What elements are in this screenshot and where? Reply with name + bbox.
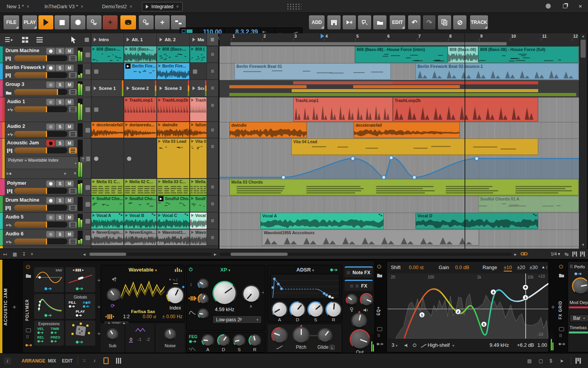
scene-play-icon[interactable] xyxy=(192,86,195,90)
mod-expressions-tile[interactable]: Expressions VEL TIMB REL PRES xyxy=(34,321,64,346)
arranger-clip[interactable]: TrashLoop2b xyxy=(393,97,538,122)
clip-cell[interactable]: 808 (Bass-... xyxy=(91,46,124,63)
eq-preset-folder-icon[interactable] xyxy=(377,273,383,278)
clip-playing-icon[interactable]: ▶ xyxy=(125,64,131,69)
clip-play-icon[interactable] xyxy=(125,197,128,200)
sub-osc-tile[interactable]: Sub xyxy=(101,324,124,353)
record-arm-button[interactable] xyxy=(46,214,55,220)
clip-cell[interactable]: 808 (Bass-... xyxy=(124,46,157,63)
mute-button[interactable]: M xyxy=(65,99,74,105)
wavetable-name[interactable]: Farfisa Sax xyxy=(120,309,166,314)
clip-play-icon[interactable] xyxy=(158,47,161,51)
redo-icon[interactable]: ↷ xyxy=(423,15,436,30)
eq-range-30[interactable]: ±30 xyxy=(530,265,538,270)
overdub-button[interactable]: + xyxy=(102,15,118,30)
solo-button[interactable]: S xyxy=(56,231,64,237)
scene-launcher-slot[interactable]: ≣ xyxy=(207,46,218,63)
timeline-ruler[interactable]: 123456789101112 xyxy=(220,33,579,46)
clip-play-icon[interactable] xyxy=(158,231,161,234)
globals-play-label[interactable]: PLAY xyxy=(76,310,85,313)
clip-play-icon[interactable] xyxy=(191,197,194,200)
mute-button[interactable]: M xyxy=(65,140,74,146)
eq-band-1-handle[interactable]: 1 xyxy=(419,312,425,318)
scene-launcher-slot[interactable]: ≣ xyxy=(207,138,218,179)
clip-cell[interactable] xyxy=(190,63,207,80)
info-button[interactable]: i xyxy=(4,357,11,364)
scene-launcher-slot[interactable]: ≣ xyxy=(207,230,218,246)
eq-updown-icon[interactable]: ↕ xyxy=(545,264,548,270)
column-play-icon[interactable] xyxy=(94,38,96,42)
record-arm-button[interactable] xyxy=(46,48,55,54)
lfo-fade-knob[interactable] xyxy=(271,327,288,344)
solo-button[interactable]: S xyxy=(56,140,64,146)
mute-button[interactable]: M xyxy=(65,82,74,88)
track-header-group-3[interactable]: Group 3SM xyxy=(0,80,91,97)
play-menu-button[interactable]: PLAY xyxy=(22,15,38,30)
track-header-polymer[interactable]: PolymerSM xyxy=(0,179,91,196)
arranger-scroll-right-icon[interactable]: ▸ xyxy=(514,251,517,257)
add-modulator-button-3[interactable]: + xyxy=(97,330,101,337)
eq-spike-icon[interactable]: ▲ xyxy=(541,265,545,269)
clip-play-icon[interactable] xyxy=(158,98,161,102)
launcher-stop-button[interactable] xyxy=(85,86,90,91)
delete-icon[interactable]: ⊘ xyxy=(453,15,467,30)
project-tab-3[interactable]: DemoTest2× xyxy=(98,2,136,11)
clip-cell[interactable] xyxy=(91,63,124,80)
launcher-column-header-4[interactable]: Main xyxy=(190,33,207,46)
wavetable-visual[interactable] xyxy=(120,275,166,308)
track-options-button[interactable] xyxy=(69,89,77,95)
sub-oct-1[interactable]: -1 xyxy=(138,337,142,342)
clip-record-dot[interactable] xyxy=(94,157,98,161)
arranger-timeline[interactable]: 808 (Bass-08) - House Force (intro)808 (… xyxy=(220,46,579,249)
grid-follow-icon[interactable]: ▦ xyxy=(13,251,17,257)
osc-fine-value[interactable]: ± 0.00 Hz xyxy=(162,314,182,319)
clip-play-icon[interactable] xyxy=(158,123,161,126)
volume-fader[interactable] xyxy=(14,89,67,95)
amp-env-route-icon[interactable] xyxy=(330,268,339,272)
clip-cell[interactable]: Soulful Cho... xyxy=(124,196,157,212)
clip-play-icon[interactable] xyxy=(191,140,194,143)
edit-menu-button[interactable]: EDIT xyxy=(389,15,406,30)
clip-play-icon[interactable] xyxy=(191,180,194,183)
mute-button[interactable]: M xyxy=(65,231,74,237)
mappings-icon[interactable]: ➤ xyxy=(560,358,564,364)
add-device-button[interactable]: + xyxy=(551,304,555,311)
filter-type-select[interactable]: XP ▾ xyxy=(220,267,230,273)
clip-play-icon[interactable] xyxy=(125,123,128,126)
timeline-zoom-region[interactable] xyxy=(230,42,507,46)
arranger-clip[interactable]: TrashLoop1 xyxy=(293,97,393,122)
solo-button[interactable]: S xyxy=(56,65,64,71)
eq-band-gain-value[interactable]: +6.2 dB xyxy=(517,342,534,348)
grid-resolution-value[interactable]: 1/4 ▾ xyxy=(551,251,560,257)
mod-route-green-icon[interactable] xyxy=(76,340,85,344)
eq-remote-display-icon[interactable] xyxy=(377,327,382,331)
clip-stop-button[interactable] xyxy=(193,69,197,74)
scene-cell-4[interactable]: Scen xyxy=(190,80,207,97)
clip-cell[interactable]: ▶Soulful Cho... xyxy=(157,196,190,212)
undo-icon[interactable]: ↶ xyxy=(408,15,421,30)
fxgrid-route-icon[interactable] xyxy=(574,272,584,276)
clip-play-icon[interactable] xyxy=(125,180,128,183)
fx-button[interactable]: FX xyxy=(345,280,373,291)
volume-fader[interactable] xyxy=(14,148,67,153)
clip-play-icon[interactable] xyxy=(191,214,194,217)
scene-launcher-slot[interactable]: ≣ xyxy=(207,179,218,195)
clip-cell[interactable]: Vita 0 xyxy=(190,138,207,179)
eq-band-power-icon[interactable]: ⏻ xyxy=(413,342,417,348)
clip-cell[interactable]: deceleratefall xyxy=(91,122,124,138)
eq-band-5-handle[interactable]: 5 xyxy=(481,321,487,327)
automation-target-select[interactable]: Polymer » Wavetable Index▾ xyxy=(5,157,78,169)
column-play-icon[interactable] xyxy=(127,38,129,42)
filter-keytrack-knob[interactable] xyxy=(198,293,209,304)
solo-button[interactable]: S xyxy=(56,48,64,54)
note-editor-icon[interactable]: ♪ xyxy=(93,358,96,363)
mute-button[interactable]: M xyxy=(65,48,74,54)
scene-column-header-icon[interactable]: ≣ xyxy=(207,33,218,46)
amp-attack-knob[interactable] xyxy=(271,301,288,318)
fxgrid-timebase-bar[interactable] xyxy=(569,332,588,333)
fxgrid-mod-out-icon[interactable] xyxy=(558,342,566,346)
pitch-knob[interactable] xyxy=(292,326,310,344)
scene-cell-2[interactable]: Scene 2 xyxy=(124,80,157,97)
project-tab-4[interactable]: Integrated× xyxy=(142,2,183,11)
add-track-button[interactable]: ADD xyxy=(309,15,325,30)
